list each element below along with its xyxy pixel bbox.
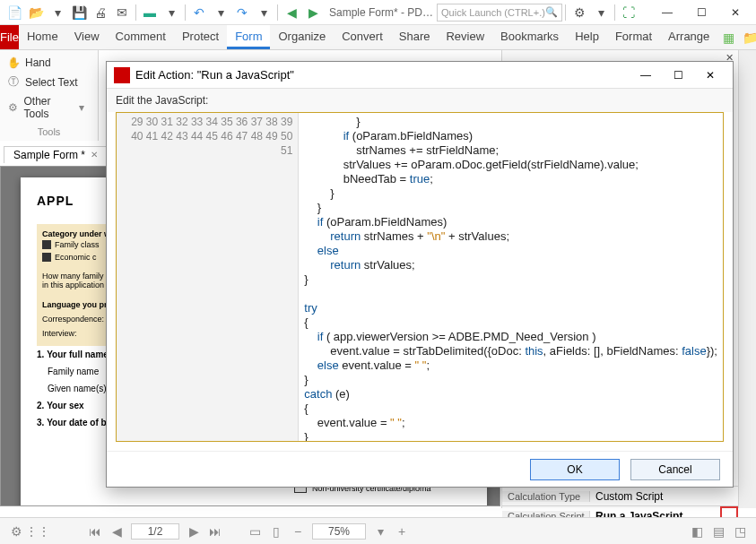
tab-convert[interactable]: Convert xyxy=(334,25,391,49)
dialog-minimize-button[interactable]: — xyxy=(630,65,661,85)
dropdown-icon[interactable]: ▾ xyxy=(211,3,230,22)
layout-icon[interactable]: ▯ xyxy=(265,521,287,542)
forward-icon[interactable]: ▶ xyxy=(303,3,323,22)
options-icon[interactable]: ⚙ xyxy=(5,521,27,542)
dialog-label: Edit the JavaScript: xyxy=(107,89,733,112)
chevron-down-icon: ▾ xyxy=(74,101,89,114)
cancel-button[interactable]: Cancel xyxy=(630,459,720,480)
text-cursor-icon: Ⓣ xyxy=(5,74,22,90)
zoom-out-icon[interactable]: − xyxy=(287,521,308,542)
search-icon: 🔍 xyxy=(545,6,558,18)
open-icon[interactable]: 📂 xyxy=(26,3,46,22)
status-icon[interactable]: ◧ xyxy=(686,521,708,542)
tab-share[interactable]: Share xyxy=(391,25,439,49)
last-page-icon[interactable]: ⏭ xyxy=(204,521,226,542)
line-numbers: 29 30 31 32 33 34 35 36 37 38 39 40 41 4… xyxy=(117,113,299,441)
next-page-icon[interactable]: ▶ xyxy=(183,521,204,542)
minimize-button[interactable]: — xyxy=(650,0,684,25)
app-icon: 📄 xyxy=(4,3,24,22)
page-number-input[interactable]: 1/2 xyxy=(131,523,179,540)
window-title: Sample Form* - PD… xyxy=(329,6,433,19)
tab-arrange[interactable]: Arrange xyxy=(660,25,717,49)
print-icon[interactable]: 🖨 xyxy=(91,3,110,22)
code-editor[interactable]: 29 30 31 32 33 34 35 36 37 38 39 40 41 4… xyxy=(116,112,724,442)
layout-icon[interactable]: ▭ xyxy=(244,521,265,542)
scan-icon[interactable]: ▬ xyxy=(140,3,160,22)
other-tools[interactable]: ⚙Other Tools▾ xyxy=(4,92,94,123)
first-page-icon[interactable]: ⏮ xyxy=(84,521,106,542)
status-bar: ⚙ ⋮⋮ ⏮ ◀ 1/2 ▶ ⏭ ▭ ▯ − 75% ▾ + ◧ ▤ ◳ xyxy=(0,517,756,544)
zoom-in-icon[interactable]: + xyxy=(391,521,413,542)
dropdown-icon[interactable]: ▾ xyxy=(591,3,611,22)
dialog-maximize-button[interactable]: ☐ xyxy=(663,65,693,85)
tab-bookmarks[interactable]: Bookmarks xyxy=(492,25,567,49)
ribbon-tool-icon[interactable]: ▦ xyxy=(717,27,739,48)
document-tab[interactable]: Sample Form * ✕ xyxy=(4,146,108,163)
ok-button[interactable]: OK xyxy=(530,459,620,480)
status-icon[interactable]: ◳ xyxy=(729,521,751,542)
close-button[interactable]: ✕ xyxy=(718,0,752,25)
email-icon[interactable]: ✉ xyxy=(112,3,132,22)
tab-form[interactable]: Form xyxy=(227,25,270,49)
close-tab-icon[interactable]: ✕ xyxy=(91,150,98,160)
quick-launch-input[interactable]: Quick Launch (CTRL+.) 🔍 xyxy=(437,4,562,22)
tab-protect[interactable]: Protect xyxy=(174,25,227,49)
gear-icon: ⚙ xyxy=(5,101,20,114)
dialog-title: Edit Action: "Run a JavaScript" xyxy=(135,68,294,82)
tab-organize[interactable]: Organize xyxy=(270,25,334,49)
fit-icon[interactable]: ⛶ xyxy=(619,3,639,22)
dropdown-icon[interactable]: ▾ xyxy=(48,3,67,22)
app-icon xyxy=(114,67,130,83)
code-content[interactable]: } if (oParam.bFieldNames) strNames += st… xyxy=(299,113,723,441)
right-icon-strip xyxy=(738,50,756,508)
dropdown-icon[interactable]: ▾ xyxy=(254,3,274,22)
select-text-tool[interactable]: ⓉSelect Text xyxy=(4,72,94,92)
ribbon-tabs: File Home View Comment Protect Form Orga… xyxy=(0,25,756,50)
undo-icon[interactable]: ↶ xyxy=(189,3,209,22)
back-icon[interactable]: ◀ xyxy=(282,3,301,22)
tools-label: Tools xyxy=(4,123,94,137)
checkbox-icon[interactable] xyxy=(42,240,51,249)
tab-comment[interactable]: Comment xyxy=(108,25,174,49)
nav-icon[interactable]: ⋮⋮ xyxy=(27,521,48,542)
file-tab[interactable]: File xyxy=(0,25,19,49)
dialog-close-button[interactable]: ✕ xyxy=(695,65,726,85)
title-bar: 📄 📂 ▾ 💾 🖨 ✉ ▬ ▾ ↶ ▾ ↷ ▾ ◀ ▶ Sample Form*… xyxy=(0,0,756,25)
settings-icon[interactable]: ⚙ xyxy=(569,3,589,22)
status-icon[interactable]: ▤ xyxy=(708,521,729,542)
tab-help[interactable]: Help xyxy=(567,25,607,49)
hand-tool[interactable]: ✋Hand xyxy=(4,54,94,72)
tab-format[interactable]: Format xyxy=(607,25,660,49)
hand-icon: ✋ xyxy=(5,56,22,69)
maximize-button[interactable]: ☐ xyxy=(684,0,718,25)
zoom-input[interactable]: 75% xyxy=(312,523,366,540)
edit-action-dialog: Edit Action: "Run a JavaScript" — ☐ ✕ Ed… xyxy=(106,61,734,488)
checkbox-icon[interactable] xyxy=(42,253,51,262)
tab-view[interactable]: View xyxy=(66,25,108,49)
chevron-down-icon[interactable]: ▾ xyxy=(369,521,391,542)
dropdown-icon[interactable]: ▾ xyxy=(161,3,181,22)
ribbon-tool-icon[interactable]: 📁 xyxy=(739,27,756,48)
tools-panel: ✋Hand ⓉSelect Text ⚙Other Tools▾ Tools xyxy=(0,50,99,141)
dialog-titlebar: Edit Action: "Run a JavaScript" — ☐ ✕ xyxy=(107,62,733,89)
tab-home[interactable]: Home xyxy=(19,25,66,49)
tab-review[interactable]: Review xyxy=(438,25,492,49)
quick-launch-placeholder: Quick Launch (CTRL+.) xyxy=(441,7,545,18)
prev-page-icon[interactable]: ◀ xyxy=(106,521,127,542)
redo-icon[interactable]: ↷ xyxy=(232,3,252,22)
document-tabs: Sample Form * ✕ xyxy=(0,143,108,165)
prop-calc-type: Calculation Type Custom Script xyxy=(502,486,738,505)
save-icon[interactable]: 💾 xyxy=(69,3,89,22)
